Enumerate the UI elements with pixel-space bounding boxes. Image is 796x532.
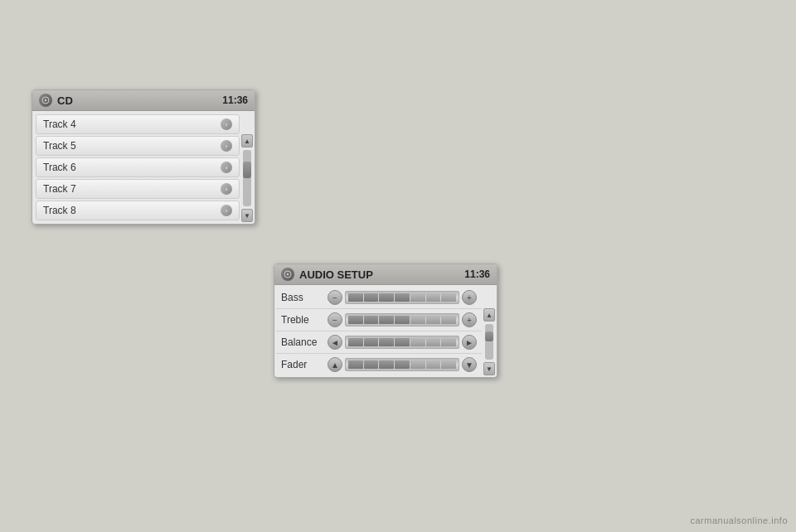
audio-panel-time: 11:36 [464, 268, 490, 280]
slider-segments-3 [346, 359, 459, 370]
slider-container-0: − + [328, 290, 477, 305]
svg-point-1 [45, 99, 46, 101]
plus-btn-0[interactable]: + [462, 290, 477, 305]
segment-2-6 [441, 338, 456, 346]
audio-label-2: Balance [281, 336, 324, 348]
track-arrow-0: › [221, 118, 232, 130]
segment-3-0 [348, 360, 363, 369]
segment-3-2 [379, 360, 394, 369]
track-list: Track 4 › Track 5 › Track 6 › Track 7 › … [32, 111, 255, 224]
segment-2-0 [348, 338, 363, 346]
segment-0-4 [410, 293, 425, 302]
scroll-track [243, 150, 251, 206]
segment-2-5 [426, 338, 441, 346]
segment-1-4 [410, 316, 425, 324]
segment-0-1 [364, 293, 379, 302]
segment-0-6 [441, 293, 456, 302]
segment-1-0 [348, 316, 363, 324]
segment-0-3 [395, 293, 410, 302]
cd-header-left: CD [39, 94, 73, 107]
slider-segments-0 [346, 292, 459, 303]
track-arrow-3: › [221, 183, 232, 195]
segment-1-5 [426, 316, 441, 324]
audio-label-1: Treble [281, 314, 324, 326]
cd-panel-time: 11:36 [222, 94, 248, 106]
audio-row-balance: Balance ◄ ► [276, 331, 482, 354]
slider-segments-1 [346, 314, 459, 326]
segment-3-1 [364, 360, 379, 369]
segment-1-1 [364, 316, 379, 324]
segment-3-5 [426, 360, 441, 369]
minus-btn-2[interactable]: ◄ [328, 335, 342, 350]
segment-0-2 [379, 293, 394, 302]
audio-row-bass: Bass − + [276, 287, 482, 309]
slider-bar-2[interactable] [345, 336, 459, 349]
cd-icon-svg [41, 96, 50, 104]
segment-1-3 [395, 316, 410, 324]
watermark: carmanualsonline.info [690, 515, 788, 525]
track-item-4[interactable]: Track 4 › [36, 114, 240, 134]
segment-2-4 [410, 338, 425, 346]
slider-bar-0[interactable] [345, 291, 459, 304]
track-name-1: Track 5 [43, 140, 76, 152]
slider-bar-1[interactable] [345, 313, 459, 326]
segment-1-2 [379, 316, 394, 324]
minus-btn-0[interactable]: − [328, 290, 342, 305]
segment-3-6 [441, 360, 456, 369]
audio-label-0: Bass [281, 292, 324, 303]
audio-panel-header: AUDIO SETUP 11:36 [274, 264, 497, 285]
audio-scroll-down[interactable]: ▼ [483, 362, 495, 375]
track-item-7[interactable]: Track 7 › [36, 179, 240, 199]
cd-scrollbar: ▲ ▼ [241, 134, 253, 222]
plus-btn-1[interactable]: + [462, 312, 477, 327]
slider-container-2: ◄ ► [328, 335, 477, 350]
track-name-4: Track 8 [43, 205, 76, 216]
audio-icon-svg [284, 270, 292, 278]
slider-bar-3[interactable] [345, 358, 459, 371]
audio-rows: Bass − + Treble − + Balance ◄ [274, 285, 497, 377]
scroll-down-button[interactable]: ▼ [241, 209, 253, 222]
plus-btn-3[interactable]: ▼ [462, 357, 477, 372]
segment-2-2 [379, 338, 394, 346]
segment-0-5 [426, 293, 441, 302]
cd-panel-header: CD 11:36 [32, 90, 255, 111]
slider-segments-2 [346, 336, 459, 348]
scroll-up-button[interactable]: ▲ [241, 134, 253, 148]
cd-panel-title: CD [57, 94, 73, 107]
audio-header-left: AUDIO SETUP [281, 268, 373, 281]
audio-label-3: Fader [281, 359, 324, 370]
audio-scrollbar: ▲ ▼ [483, 308, 495, 375]
track-name-2: Track 6 [43, 162, 76, 173]
segment-2-3 [395, 338, 410, 346]
audio-row-treble: Treble − + [276, 309, 482, 331]
track-arrow-4: › [221, 205, 232, 216]
minus-btn-3[interactable]: ▲ [328, 357, 342, 372]
minus-btn-1[interactable]: − [328, 312, 342, 327]
track-arrow-2: › [221, 162, 232, 173]
track-item-8[interactable]: Track 8 › [36, 201, 240, 220]
plus-btn-2[interactable]: ► [462, 335, 477, 350]
cd-icon [39, 94, 52, 107]
audio-panel: AUDIO SETUP 11:36 Bass − + Treble − [274, 264, 498, 378]
slider-container-1: − + [328, 312, 477, 327]
segment-0-0 [348, 293, 363, 302]
scroll-thumb [243, 162, 251, 178]
segment-1-6 [441, 316, 456, 324]
audio-scroll-up[interactable]: ▲ [483, 308, 495, 322]
segment-3-4 [410, 360, 425, 369]
audio-scroll-thumb [485, 331, 493, 342]
audio-row-fader: Fader ▲ ▼ [276, 354, 482, 375]
segment-3-3 [395, 360, 410, 369]
audio-icon [281, 268, 294, 281]
track-item-6[interactable]: Track 6 › [36, 157, 240, 177]
audio-scroll-track [485, 324, 493, 360]
track-item-5[interactable]: Track 5 › [36, 136, 240, 156]
track-name-3: Track 7 [43, 183, 76, 195]
slider-container-3: ▲ ▼ [328, 357, 477, 372]
audio-panel-title: AUDIO SETUP [299, 268, 373, 281]
track-name-0: Track 4 [43, 118, 76, 130]
track-arrow-1: › [221, 140, 232, 152]
cd-panel: CD 11:36 Track 4 › Track 5 › Track 6 › T… [32, 89, 255, 225]
svg-point-3 [287, 273, 289, 275]
segment-2-1 [364, 338, 379, 346]
